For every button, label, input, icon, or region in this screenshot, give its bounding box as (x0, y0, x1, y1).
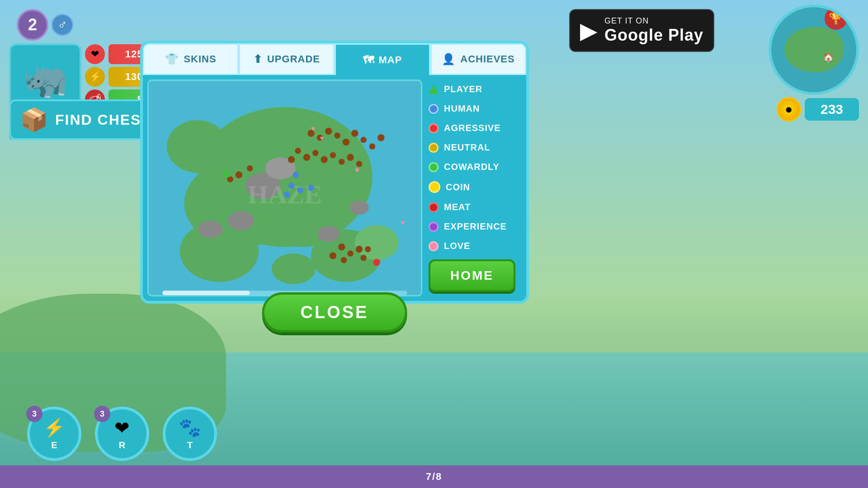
svg-point-17 (360, 137, 367, 143)
coin-count: 233 (805, 98, 859, 121)
gender-badge: ♂ (51, 14, 74, 36)
legend-human: HUMAN (429, 103, 515, 114)
svg-point-16 (351, 130, 358, 136)
legend-coin-label: COIN (446, 182, 470, 192)
legend-cowardly: COWARDLY (429, 162, 515, 172)
coin-display: ● 233 (777, 97, 859, 122)
human-dot (429, 104, 439, 114)
svg-point-13 (198, 221, 222, 239)
tab-achieves-label: ACHIEVES (460, 53, 514, 65)
svg-point-32 (347, 154, 354, 161)
coin-icon: ● (777, 97, 801, 122)
svg-point-41 (330, 252, 336, 259)
svg-point-31 (339, 159, 345, 165)
play-line1: GET IT ON (604, 16, 703, 26)
svg-point-34 (247, 165, 253, 172)
svg-point-7 (355, 225, 399, 260)
chest-icon: 📦 (20, 107, 48, 133)
map-area[interactable]: HAZE (147, 80, 422, 296)
map-icon: 🗺 (363, 54, 374, 66)
legend-player: PLAYER (429, 84, 515, 94)
bottom-progress-bar: 7/8 (0, 465, 868, 488)
map-svg: HAZE (149, 81, 421, 295)
legend-love: LOVE (429, 241, 515, 251)
svg-point-8 (272, 253, 316, 284)
google-play-button[interactable]: ▶ GET IT ON Google Play (569, 9, 714, 52)
svg-text:♥: ♥ (311, 125, 315, 132)
action-btn-e[interactable]: 3 ⚡ E (27, 407, 81, 461)
legend-neutral-label: NEUTRAL (444, 142, 491, 153)
tab-skins-label: SKINS (184, 53, 216, 65)
svg-point-4 (167, 120, 228, 173)
svg-point-25 (295, 148, 301, 154)
svg-point-14 (349, 201, 369, 215)
svg-point-35 (236, 171, 242, 178)
legend-human-label: HUMAN (444, 103, 480, 114)
svg-point-27 (312, 150, 319, 156)
tab-map[interactable]: 🗺 MAP (335, 43, 430, 75)
svg-point-12 (318, 226, 340, 242)
meat-legend-dot (429, 202, 439, 212)
action-icon-t: 🐾 (179, 417, 201, 438)
legend-player-label: PLAYER (444, 84, 482, 94)
svg-point-19 (334, 132, 340, 139)
svg-point-39 (356, 246, 363, 253)
svg-point-61 (373, 259, 380, 266)
svg-text:♥: ♥ (320, 135, 323, 141)
svg-point-48 (284, 192, 290, 198)
svg-point-43 (365, 246, 371, 253)
svg-point-47 (308, 185, 314, 191)
mini-map-island: 🏠 (784, 27, 843, 72)
legend-aggressive: AGRESSIVE (429, 123, 515, 133)
tab-map-label: MAP (379, 54, 402, 66)
legend-cowardly-label: COWARDLY (444, 162, 500, 172)
svg-point-44 (292, 172, 299, 178)
neutral-dot (429, 143, 439, 153)
action-btn-t[interactable]: 🐾 T (163, 407, 217, 461)
action-badge-r: 3 (94, 406, 110, 422)
svg-point-20 (325, 128, 332, 135)
modal-body: HAZE (143, 75, 526, 301)
svg-text:♥: ♥ (401, 219, 405, 226)
tab-upgrade-label: UPGRADE (267, 53, 320, 65)
legend-experience: EXPERIENCE (429, 221, 515, 232)
coin-dot (429, 181, 440, 193)
svg-point-38 (347, 250, 354, 257)
svg-point-37 (338, 244, 345, 250)
play-triangle-icon: ▶ (580, 18, 597, 44)
close-button[interactable]: CLOSE (262, 292, 407, 333)
tab-upgrade[interactable]: ⬆ UPGRADE (239, 43, 335, 75)
home-button[interactable]: HOME (429, 259, 515, 292)
svg-text:♥: ♥ (355, 165, 359, 174)
heart-icon: ❤ (85, 44, 105, 64)
svg-point-28 (321, 156, 327, 163)
svg-rect-64 (162, 291, 250, 295)
level-badge: 2 (17, 9, 48, 41)
svg-point-46 (297, 187, 303, 193)
tab-achieves[interactable]: 👤 ACHIEVES (430, 43, 526, 75)
tab-skins[interactable]: 👕 SKINS (143, 43, 239, 75)
mini-map[interactable]: 🏠 🏆 (769, 5, 859, 95)
achieves-icon: 👤 (442, 53, 456, 66)
main-modal: 👕 SKINS ⬆ UPGRADE 🗺 MAP 👤 ACHIEVES (140, 41, 529, 304)
action-badge-e: 3 (26, 406, 42, 422)
svg-point-11 (228, 211, 254, 230)
action-label-e: E (51, 440, 57, 450)
svg-point-18 (343, 139, 349, 145)
svg-point-45 (288, 183, 295, 189)
aggressive-dot (429, 123, 439, 133)
progress-text: 7/8 (426, 471, 443, 483)
svg-point-23 (369, 143, 376, 150)
play-line2: Google Play (604, 26, 703, 45)
svg-point-36 (227, 176, 233, 183)
cowardly-dot (429, 162, 439, 172)
legend-experience-label: EXPERIENCE (444, 221, 507, 232)
action-btn-r[interactable]: 3 ❤ R (95, 407, 149, 461)
tab-bar: 👕 SKINS ⬆ UPGRADE 🗺 MAP 👤 ACHIEVES (143, 43, 526, 75)
legend-meat: MEAT (429, 202, 515, 212)
legend-aggressive-label: AGRESSIVE (444, 123, 501, 133)
upgrade-icon: ⬆ (253, 53, 263, 66)
legend-coin: COIN (429, 181, 515, 193)
mini-trophy-icon: 🏆 (825, 7, 847, 30)
love-dot (429, 241, 439, 251)
